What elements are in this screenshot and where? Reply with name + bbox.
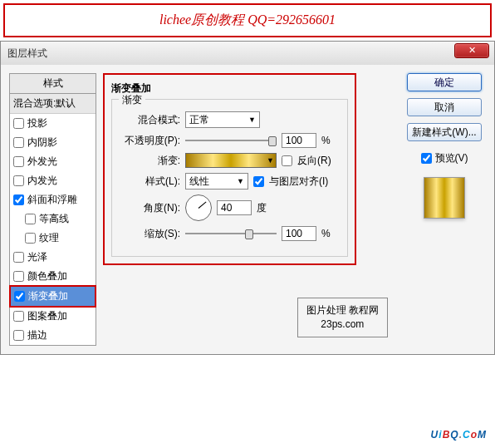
new-style-button[interactable]: 新建样式(W)... <box>407 123 482 141</box>
style-label: 外发光 <box>27 155 57 169</box>
style-label: 渐变叠加 <box>28 289 68 303</box>
style-select[interactable]: 线性 ▼ <box>185 173 248 190</box>
layer-style-dialog: 图层样式 ✕ 样式 混合选项:默认 投影 内阴影 外发光 内发光 <box>0 41 495 355</box>
scale-unit: % <box>321 228 331 239</box>
style-item-inner-shadow[interactable]: 内阴影 <box>10 133 96 152</box>
watermark: 图片处理 教程网 23ps.com <box>297 298 388 337</box>
watermark-line2: 23ps.com <box>306 318 379 332</box>
watermark-line1: 图片处理 教程网 <box>306 303 379 318</box>
checkbox-inner-glow[interactable] <box>13 175 24 186</box>
align-checkbox[interactable] <box>253 176 264 187</box>
checkbox-gradient-overlay[interactable] <box>14 291 25 302</box>
style-value: 线性 <box>189 175 209 189</box>
style-label: 斜面和浮雕 <box>27 193 77 207</box>
content-panel: 渐变叠加 渐变 混合模式: 正常 ▼ 不透明度(P): <box>103 73 396 346</box>
style-item-pattern-overlay[interactable]: 图案叠加 <box>10 307 96 326</box>
checkbox-bevel-emboss[interactable] <box>13 194 24 205</box>
style-item-stroke[interactable]: 描边 <box>10 326 96 345</box>
opacity-row: 不透明度(P): % <box>117 133 342 148</box>
preview-row: 预览(V) <box>421 151 468 165</box>
chevron-down-icon: ▼ <box>248 116 256 124</box>
style-item-satin[interactable]: 光泽 <box>10 248 96 267</box>
slider-thumb[interactable] <box>268 136 277 146</box>
style-row: 样式(L): 线性 ▼ 与图层对齐(I) <box>117 173 342 190</box>
style-label: 图案叠加 <box>27 309 67 323</box>
sub-legend: 渐变 <box>119 93 145 107</box>
style-label: 内阴影 <box>27 135 57 150</box>
blend-mode-select[interactable]: 正常 ▼ <box>185 111 260 128</box>
blend-options-default[interactable]: 混合选项:默认 <box>10 94 96 114</box>
style-label: 颜色叠加 <box>27 269 67 283</box>
preview-checkbox[interactable] <box>421 153 432 164</box>
checkbox-color-overlay[interactable] <box>13 271 24 282</box>
group-title: 渐变叠加 <box>111 81 348 96</box>
style-label: 投影 <box>27 116 47 130</box>
style-item-inner-glow[interactable]: 内发光 <box>10 171 96 190</box>
gradient-picker[interactable]: ▼ <box>185 153 277 168</box>
dialog-body: 样式 混合选项:默认 投影 内阴影 外发光 内发光 斜面和浮雕 <box>1 65 494 354</box>
dialog-title: 图层样式 <box>7 47 47 61</box>
slider-thumb[interactable] <box>245 229 253 239</box>
sidebar-header[interactable]: 样式 <box>10 74 96 94</box>
checkbox-contour[interactable] <box>25 214 36 224</box>
gradient-row: 渐变: ▼ 反向(R) <box>117 153 342 168</box>
checkbox-pattern-overlay[interactable] <box>13 311 24 322</box>
checkbox-satin[interactable] <box>13 252 24 263</box>
style-item-gradient-overlay[interactable]: 渐变叠加 <box>9 285 96 308</box>
opacity-input[interactable] <box>282 133 316 148</box>
style-item-texture[interactable]: 纹理 <box>10 229 96 248</box>
cancel-button[interactable]: 取消 <box>407 98 482 116</box>
angle-row: 角度(N): 度 <box>117 194 342 221</box>
blend-mode-label: 混合模式: <box>117 113 180 127</box>
style-type-label: 样式(L): <box>117 175 180 189</box>
opacity-unit: % <box>321 135 331 146</box>
style-item-bevel-emboss[interactable]: 斜面和浮雕 <box>10 190 96 209</box>
angle-label: 角度(N): <box>117 201 180 215</box>
angle-dial[interactable] <box>185 194 212 221</box>
checkbox-stroke[interactable] <box>13 330 24 341</box>
slider-track <box>185 140 277 141</box>
opacity-label: 不透明度(P): <box>117 134 180 148</box>
style-label: 描边 <box>27 328 47 342</box>
style-label: 纹理 <box>39 231 59 245</box>
scale-slider[interactable] <box>185 228 277 239</box>
style-label: 等高线 <box>39 212 69 226</box>
preview-swatch <box>424 177 465 219</box>
scale-input[interactable] <box>282 226 316 241</box>
close-button[interactable]: ✕ <box>454 43 489 58</box>
styles-sidebar: 样式 混合选项:默认 投影 内阴影 外发光 内发光 斜面和浮雕 <box>9 73 96 346</box>
style-item-contour[interactable]: 等高线 <box>10 209 96 229</box>
chevron-down-icon: ▼ <box>267 156 274 165</box>
style-item-drop-shadow[interactable]: 投影 <box>10 114 96 133</box>
checkbox-outer-glow[interactable] <box>13 156 24 167</box>
opacity-slider[interactable] <box>185 135 277 146</box>
style-item-outer-glow[interactable]: 外发光 <box>10 152 96 171</box>
style-item-color-overlay[interactable]: 颜色叠加 <box>10 267 96 286</box>
gradient-overlay-group: 渐变叠加 渐变 混合模式: 正常 ▼ 不透明度(P): <box>103 73 356 265</box>
footer-logo: UiBQ.CoM <box>431 421 487 443</box>
ok-button[interactable]: 确定 <box>407 73 482 91</box>
angle-input[interactable] <box>217 200 252 215</box>
titlebar: 图层样式 ✕ <box>1 42 494 65</box>
blend-mode-row: 混合模式: 正常 ▼ <box>117 111 342 128</box>
style-label: 内发光 <box>27 174 57 188</box>
style-label: 光泽 <box>27 250 47 264</box>
preview-label: 预览(V) <box>435 151 468 165</box>
right-column: 确定 取消 新建样式(W)... 预览(V) <box>403 73 486 346</box>
checkbox-inner-shadow[interactable] <box>13 137 24 148</box>
angle-unit: 度 <box>257 201 267 215</box>
scale-row: 缩放(S): % <box>117 226 342 241</box>
slider-track <box>185 233 277 234</box>
checkbox-drop-shadow[interactable] <box>13 118 24 129</box>
banner: lichee原创教程 QQ=292656601 <box>3 3 492 37</box>
gradient-sub-group: 渐变 混合模式: 正常 ▼ 不透明度(P): <box>111 99 348 257</box>
chevron-down-icon: ▼ <box>237 177 244 185</box>
checkbox-texture[interactable] <box>25 233 36 244</box>
gradient-label: 渐变: <box>117 154 180 168</box>
reverse-label: 反向(R) <box>297 154 331 168</box>
blend-mode-value: 正常 <box>189 113 209 127</box>
scale-label: 缩放(S): <box>117 227 180 241</box>
reverse-checkbox[interactable] <box>282 155 292 166</box>
align-label: 与图层对齐(I) <box>269 175 328 189</box>
